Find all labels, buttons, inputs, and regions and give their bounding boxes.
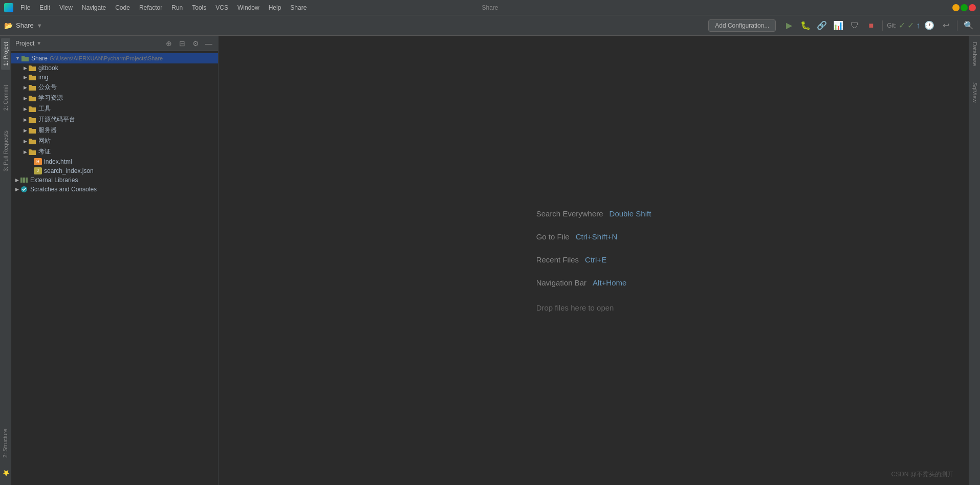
run-button[interactable]: ▶ [782, 18, 796, 33]
tree-folder-gongzhonghao[interactable]: ▶ 公众号 [11, 82, 218, 93]
go-to-file-shortcut: Ctrl+Shift+N [576, 232, 618, 241]
menu-share[interactable]: Share [286, 3, 311, 12]
img-label: img [38, 74, 48, 81]
attach-debugger-button[interactable]: 🔗 [815, 18, 829, 33]
gitbook-label: gitbook [38, 64, 58, 72]
tree-folder-gitbook[interactable]: ▶ gitbook [11, 63, 218, 73]
svg-rect-2 [26, 178, 28, 183]
window-controls: — □ ✕ [952, 4, 976, 11]
panel-dropdown-icon[interactable]: ▼ [36, 40, 41, 46]
git-checkmark-1[interactable]: ✓ [899, 20, 905, 30]
left-side-tabs: 1: Project 2: Commit 3: Pull Requests 2:… [0, 36, 11, 485]
menu-bar: File Edit View Navigate Code Refactor Ru… [16, 3, 311, 12]
panel-title-project: Project ▼ [15, 40, 161, 47]
xuexi-chevron-right-icon: ▶ [24, 96, 27, 101]
gitbook-folder-icon [28, 64, 36, 72]
tree-scratches-consoles[interactable]: ▶ Scratches and Consoles [11, 185, 218, 194]
svg-rect-1 [23, 178, 25, 183]
git-push-icon[interactable]: ↑ [916, 21, 920, 30]
menu-view[interactable]: View [55, 3, 77, 12]
window-title: Share [482, 4, 498, 11]
project-panel: Project ▼ ⊕ ⊟ ⚙ — ▼ Share G:\Users\AIERX… [11, 36, 219, 485]
recent-files-desc: Recent Files [536, 255, 579, 264]
panel-close-button[interactable]: — [204, 38, 214, 49]
gongju-label: 工具 [38, 104, 51, 113]
kaiyuan-chevron-right-icon: ▶ [24, 117, 27, 122]
add-file-button[interactable]: ⊕ [164, 38, 174, 49]
git-history-button[interactable]: 🕐 [922, 18, 937, 33]
tree-folder-xuexi[interactable]: ▶ 学习资源 [11, 93, 218, 103]
git-checkmark-2[interactable]: ✓ [907, 20, 914, 30]
sidebar-tab-commit[interactable]: 2: Commit [1, 81, 10, 115]
tree-file-search-index-json[interactable]: J search_index.json [11, 166, 218, 175]
tree-root-item[interactable]: ▼ Share G:\Users\AIERXUAN\PycharmProject… [11, 53, 218, 63]
search-everywhere-desc: Search Everywhere [536, 209, 603, 218]
tree-folder-img[interactable]: ▶ img [11, 73, 218, 82]
shortcut-navigation-bar: Navigation Bar Alt+Home [536, 278, 627, 287]
right-tab-database[interactable]: Database [970, 38, 979, 70]
external-libraries-label: External Libraries [30, 177, 78, 184]
tree-external-libraries[interactable]: ▶ External Libraries [11, 175, 218, 185]
tree-folder-fuwuqi[interactable]: ▶ 服务器 [11, 125, 218, 136]
tree-folder-kaiyuan[interactable]: ▶ 开源代码平台 [11, 114, 218, 125]
watermark-text: CSDN @不秃头的测开 [891, 471, 953, 478]
sidebar-tab-project[interactable]: 1: Project [1, 38, 10, 70]
img-folder-icon [28, 74, 36, 81]
menu-refactor[interactable]: Refactor [135, 3, 166, 12]
sidebar-tab-pull-requests[interactable]: 3: Pull Requests [1, 126, 10, 175]
menu-navigate[interactable]: Navigate [78, 3, 110, 12]
fuwuqi-chevron-right-icon: ▶ [24, 128, 27, 133]
stop-button[interactable]: ■ [864, 18, 878, 33]
welcome-content: Search Everywhere Double Shift Go to Fil… [536, 209, 651, 312]
menu-tools[interactable]: Tools [188, 3, 210, 12]
menu-edit[interactable]: Edit [35, 3, 54, 12]
kaozheng-label: 考证 [38, 147, 51, 156]
editor-area: Search Everywhere Double Shift Go to Fil… [219, 36, 969, 485]
dropdown-arrow-icon[interactable]: ▼ [37, 23, 42, 29]
file-tree: ▼ Share G:\Users\AIERXUAN\PycharmProject… [11, 51, 218, 485]
recent-files-shortcut: Ctrl+E [585, 255, 606, 264]
html-file-icon: H [34, 158, 42, 165]
kaiyuan-label: 开源代码平台 [38, 115, 75, 124]
panel-settings-button[interactable]: ⚙ [190, 38, 201, 49]
tree-folder-wangzhan[interactable]: ▶ 网站 [11, 136, 218, 146]
root-chevron-down-icon: ▼ [15, 56, 20, 61]
debug-button[interactable]: 🐛 [798, 18, 813, 33]
img-chevron-right-icon: ▶ [24, 75, 27, 80]
sidebar-tab-favorites[interactable]: ⭐ [1, 466, 10, 481]
root-path: G:\Users\AIERXUAN\PycharmProjects\Share [50, 55, 163, 61]
menu-file[interactable]: File [16, 3, 34, 12]
menu-run[interactable]: Run [167, 3, 187, 12]
tree-file-index-html[interactable]: H index.html [11, 157, 218, 166]
maximize-button[interactable]: □ [961, 4, 968, 11]
external-libraries-chevron-right-icon: ▶ [15, 178, 19, 183]
fuwuqi-label: 服务器 [38, 126, 57, 135]
menu-vcs[interactable]: VCS [211, 3, 232, 12]
scratches-label: Scratches and Consoles [30, 186, 97, 193]
git-rollback-button[interactable]: ↩ [939, 18, 953, 33]
json-file-icon: J [34, 167, 42, 174]
gongzhonghao-folder-icon [28, 84, 36, 91]
panel-title-label: Project [15, 40, 34, 47]
shortcut-search-everywhere: Search Everywhere Double Shift [536, 209, 651, 218]
close-button[interactable]: ✕ [969, 4, 976, 11]
git-label: Git: [887, 22, 897, 29]
project-panel-header: Project ▼ ⊕ ⊟ ⚙ — [11, 36, 218, 51]
add-configuration-button[interactable]: Add Configuration... [708, 19, 776, 32]
right-side-tabs: Database SqiView [969, 36, 980, 485]
collapse-all-button[interactable]: ⊟ [177, 38, 187, 49]
tree-folder-gongju[interactable]: ▶ 工具 [11, 103, 218, 114]
search-everywhere-button[interactable]: 🔍 [962, 18, 976, 33]
minimize-button[interactable]: — [952, 4, 960, 11]
menu-code[interactable]: Code [111, 3, 134, 12]
menu-window[interactable]: Window [233, 3, 264, 12]
tree-folder-kaozheng[interactable]: ▶ 考证 [11, 146, 218, 157]
profile-button[interactable]: 📊 [831, 18, 845, 33]
gongju-folder-icon [28, 105, 36, 113]
right-tab-sqiview[interactable]: SqiView [970, 78, 979, 107]
run-with-coverage-button[interactable]: 🛡 [847, 18, 862, 33]
xuexi-folder-icon [28, 95, 36, 102]
menu-help[interactable]: Help [265, 3, 286, 12]
sidebar-tab-structure[interactable]: 2: Structure [1, 425, 10, 462]
go-to-file-desc: Go to File [536, 232, 570, 241]
